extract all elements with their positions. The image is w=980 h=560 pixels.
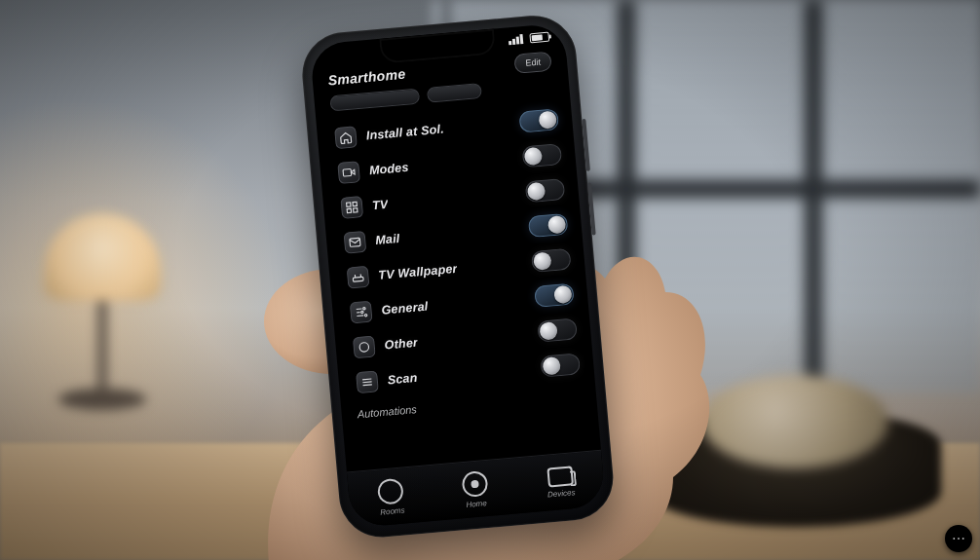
settings-row-label: Mail bbox=[375, 232, 400, 247]
background-lamp bbox=[29, 213, 175, 428]
home-icon bbox=[334, 126, 358, 149]
signal-icon bbox=[509, 34, 525, 45]
nav-item-rooms[interactable]: Rooms bbox=[377, 477, 405, 516]
toggle-switch[interactable] bbox=[528, 213, 569, 238]
settings-row-label: TV Wallpaper bbox=[378, 262, 458, 282]
svg-point-10 bbox=[361, 311, 364, 314]
device-icon bbox=[547, 466, 574, 487]
svg-rect-4 bbox=[353, 202, 357, 205]
nav-item-home[interactable]: Home bbox=[461, 470, 489, 509]
grid-icon bbox=[340, 196, 363, 219]
svg-rect-5 bbox=[347, 208, 351, 212]
app-title: Smarthome bbox=[327, 66, 406, 89]
battery-icon bbox=[529, 32, 549, 44]
router-icon bbox=[347, 266, 370, 289]
background-bowl bbox=[649, 410, 941, 527]
smartphone: Smarthome Edit Install at Sol.ModesTVMai… bbox=[299, 12, 617, 541]
toggle-switch[interactable] bbox=[531, 248, 572, 273]
filter-chip[interactable] bbox=[427, 83, 482, 103]
sliders-icon bbox=[350, 301, 373, 324]
mail-icon bbox=[344, 231, 367, 254]
nav-label: Home bbox=[466, 499, 487, 509]
settings-row-label: TV bbox=[372, 198, 390, 212]
svg-rect-2 bbox=[343, 168, 352, 176]
settings-row-label: Modes bbox=[369, 161, 410, 177]
nav-label: Rooms bbox=[380, 505, 405, 516]
svg-rect-8 bbox=[353, 277, 363, 281]
corner-badge[interactable]: ⋯ bbox=[945, 525, 972, 552]
settings-list: Install at Sol.ModesTVMailTV WallpaperGe… bbox=[316, 98, 594, 402]
settings-row-label: Other bbox=[384, 336, 418, 353]
dot-circle-icon bbox=[461, 470, 488, 498]
circle-icon bbox=[353, 336, 376, 359]
settings-row-label: General bbox=[381, 300, 429, 317]
settings-row-label: Install at Sol. bbox=[365, 122, 444, 142]
toggle-switch[interactable] bbox=[537, 317, 578, 342]
nav-item-devices[interactable]: Devices bbox=[546, 466, 576, 499]
toggle-switch[interactable] bbox=[540, 353, 581, 377]
bars-icon bbox=[356, 370, 379, 393]
circle-icon bbox=[377, 477, 404, 504]
svg-point-12 bbox=[359, 342, 369, 352]
toggle-switch[interactable] bbox=[534, 283, 575, 308]
header-action-button[interactable]: Edit bbox=[514, 52, 552, 74]
toggle-switch[interactable] bbox=[522, 143, 563, 168]
svg-point-9 bbox=[363, 308, 366, 311]
toggle-switch[interactable] bbox=[518, 108, 559, 132]
svg-point-11 bbox=[364, 314, 367, 317]
nav-label: Devices bbox=[547, 488, 576, 499]
svg-rect-3 bbox=[347, 203, 351, 206]
settings-row-label: Scan bbox=[387, 371, 418, 388]
toggle-switch[interactable] bbox=[525, 178, 566, 203]
svg-rect-6 bbox=[354, 208, 358, 212]
photo-scene: Smarthome Edit Install at Sol.ModesTVMai… bbox=[0, 0, 980, 560]
video-icon bbox=[337, 161, 360, 184]
phone-screen: Smarthome Edit Install at Sol.ModesTVMai… bbox=[310, 22, 606, 528]
